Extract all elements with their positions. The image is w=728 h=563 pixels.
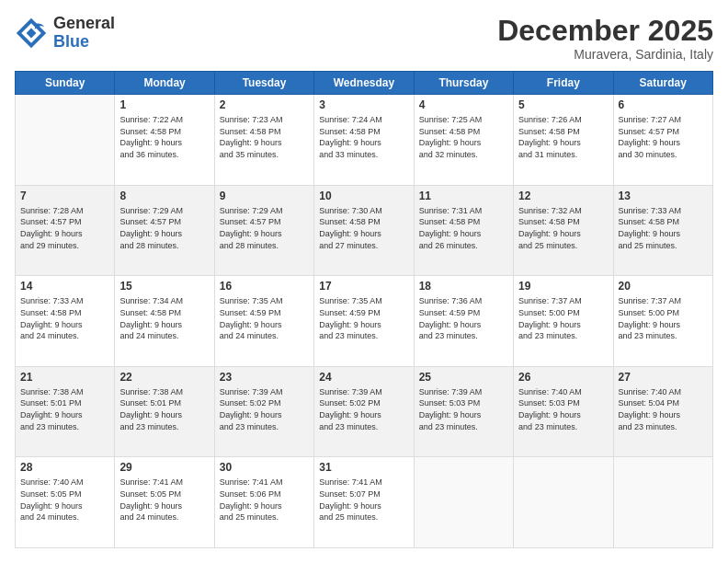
calendar-cell: 28Sunrise: 7:40 AM Sunset: 5:05 PM Dayli… (16, 457, 115, 548)
calendar-cell: 11Sunrise: 7:31 AM Sunset: 4:58 PM Dayli… (414, 185, 513, 276)
calendar-week-row: 7Sunrise: 7:28 AM Sunset: 4:57 PM Daylig… (16, 185, 713, 276)
calendar-cell: 17Sunrise: 7:35 AM Sunset: 4:59 PM Dayli… (314, 276, 414, 367)
day-number: 10 (319, 190, 408, 202)
cell-info: Sunrise: 7:33 AM Sunset: 4:58 PM Dayligh… (20, 295, 109, 341)
calendar-cell: 7Sunrise: 7:28 AM Sunset: 4:57 PM Daylig… (16, 185, 115, 276)
day-number: 27 (619, 371, 708, 384)
cell-info: Sunrise: 7:35 AM Sunset: 4:59 PM Dayligh… (319, 295, 408, 341)
cell-info: Sunrise: 7:33 AM Sunset: 4:58 PM Dayligh… (619, 205, 708, 251)
day-number: 11 (419, 190, 508, 202)
day-number: 23 (220, 371, 309, 384)
cell-info: Sunrise: 7:29 AM Sunset: 4:57 PM Dayligh… (119, 205, 209, 251)
cell-info: Sunrise: 7:29 AM Sunset: 4:57 PM Dayligh… (220, 205, 309, 251)
logo-text: General Blue (53, 15, 115, 52)
calendar-cell: 25Sunrise: 7:39 AM Sunset: 5:03 PM Dayli… (414, 366, 513, 457)
cell-info: Sunrise: 7:39 AM Sunset: 5:03 PM Dayligh… (419, 386, 508, 432)
cell-info: Sunrise: 7:41 AM Sunset: 5:07 PM Dayligh… (319, 477, 408, 523)
logo-icon (15, 17, 48, 50)
calendar-cell: 6Sunrise: 7:27 AM Sunset: 4:57 PM Daylig… (613, 95, 712, 186)
calendar-cell: 1Sunrise: 7:22 AM Sunset: 4:58 PM Daylig… (115, 95, 214, 186)
calendar-cell: 8Sunrise: 7:29 AM Sunset: 4:57 PM Daylig… (115, 185, 214, 276)
calendar-day-header: Monday (115, 72, 214, 95)
day-number: 12 (518, 190, 608, 202)
cell-info: Sunrise: 7:41 AM Sunset: 5:06 PM Dayligh… (220, 477, 309, 523)
calendar-week-row: 14Sunrise: 7:33 AM Sunset: 4:58 PM Dayli… (16, 276, 713, 367)
calendar-cell: 2Sunrise: 7:23 AM Sunset: 4:58 PM Daylig… (214, 95, 313, 186)
calendar-cell: 30Sunrise: 7:41 AM Sunset: 5:06 PM Dayli… (214, 457, 313, 548)
calendar-cell (414, 457, 513, 548)
calendar-cell: 29Sunrise: 7:41 AM Sunset: 5:05 PM Dayli… (115, 457, 214, 548)
calendar-cell: 26Sunrise: 7:40 AM Sunset: 5:03 PM Dayli… (514, 366, 613, 457)
day-number: 15 (119, 280, 209, 293)
cell-info: Sunrise: 7:23 AM Sunset: 4:58 PM Dayligh… (220, 114, 309, 160)
calendar-cell: 4Sunrise: 7:25 AM Sunset: 4:58 PM Daylig… (414, 95, 513, 186)
day-number: 26 (518, 371, 608, 384)
cell-info: Sunrise: 7:37 AM Sunset: 5:00 PM Dayligh… (619, 295, 708, 341)
calendar-cell (613, 457, 712, 548)
calendar-cell: 20Sunrise: 7:37 AM Sunset: 5:00 PM Dayli… (613, 276, 712, 367)
header: General Blue December 2025 Muravera, Sar… (15, 15, 713, 62)
calendar-cell: 27Sunrise: 7:40 AM Sunset: 5:04 PM Dayli… (613, 366, 712, 457)
cell-info: Sunrise: 7:40 AM Sunset: 5:05 PM Dayligh… (20, 477, 109, 523)
cell-info: Sunrise: 7:41 AM Sunset: 5:05 PM Dayligh… (119, 477, 209, 523)
cell-info: Sunrise: 7:32 AM Sunset: 4:58 PM Dayligh… (518, 205, 608, 251)
day-number: 3 (319, 98, 408, 111)
location: Muravera, Sardinia, Italy (497, 47, 713, 62)
calendar-cell: 14Sunrise: 7:33 AM Sunset: 4:58 PM Dayli… (16, 276, 115, 367)
calendar-week-row: 1Sunrise: 7:22 AM Sunset: 4:58 PM Daylig… (16, 95, 713, 186)
calendar-cell: 24Sunrise: 7:39 AM Sunset: 5:02 PM Dayli… (314, 366, 414, 457)
day-number: 2 (220, 98, 309, 111)
calendar-cell (514, 457, 613, 548)
day-number: 20 (619, 280, 708, 293)
day-number: 5 (518, 98, 608, 111)
calendar-day-header: Wednesday (314, 72, 414, 95)
day-number: 17 (319, 280, 408, 293)
day-number: 19 (518, 280, 608, 293)
calendar-day-header: Saturday (613, 72, 712, 95)
calendar-cell: 23Sunrise: 7:39 AM Sunset: 5:02 PM Dayli… (214, 366, 313, 457)
cell-info: Sunrise: 7:28 AM Sunset: 4:57 PM Dayligh… (20, 205, 109, 251)
day-number: 6 (619, 98, 708, 111)
calendar-cell: 5Sunrise: 7:26 AM Sunset: 4:58 PM Daylig… (514, 95, 613, 186)
day-number: 28 (20, 461, 109, 474)
day-number: 16 (220, 280, 309, 293)
day-number: 9 (220, 190, 309, 202)
cell-info: Sunrise: 7:35 AM Sunset: 4:59 PM Dayligh… (220, 295, 309, 341)
cell-info: Sunrise: 7:36 AM Sunset: 4:59 PM Dayligh… (419, 295, 508, 341)
month-title: December 2025 (497, 15, 713, 47)
cell-info: Sunrise: 7:31 AM Sunset: 4:58 PM Dayligh… (419, 205, 508, 251)
logo: General Blue (15, 15, 115, 52)
calendar-day-header: Tuesday (214, 72, 313, 95)
day-number: 4 (419, 98, 508, 111)
calendar-cell: 13Sunrise: 7:33 AM Sunset: 4:58 PM Dayli… (613, 185, 712, 276)
day-number: 31 (319, 461, 408, 474)
cell-info: Sunrise: 7:37 AM Sunset: 5:00 PM Dayligh… (518, 295, 608, 341)
page: General Blue December 2025 Muravera, Sar… (0, 0, 728, 563)
cell-info: Sunrise: 7:39 AM Sunset: 5:02 PM Dayligh… (319, 386, 408, 432)
cell-info: Sunrise: 7:38 AM Sunset: 5:01 PM Dayligh… (119, 386, 209, 432)
logo-general-text: General (53, 15, 115, 33)
cell-info: Sunrise: 7:38 AM Sunset: 5:01 PM Dayligh… (20, 386, 109, 432)
calendar-cell: 16Sunrise: 7:35 AM Sunset: 4:59 PM Dayli… (214, 276, 313, 367)
day-number: 7 (20, 190, 109, 202)
calendar-table: SundayMondayTuesdayWednesdayThursdayFrid… (15, 71, 713, 548)
title-area: December 2025 Muravera, Sardinia, Italy (497, 15, 713, 62)
day-number: 29 (119, 461, 209, 474)
cell-info: Sunrise: 7:27 AM Sunset: 4:57 PM Dayligh… (619, 114, 708, 160)
day-number: 22 (119, 371, 209, 384)
day-number: 25 (419, 371, 508, 384)
calendar-week-row: 28Sunrise: 7:40 AM Sunset: 5:05 PM Dayli… (16, 457, 713, 548)
day-number: 24 (319, 371, 408, 384)
calendar-cell: 3Sunrise: 7:24 AM Sunset: 4:58 PM Daylig… (314, 95, 414, 186)
calendar-cell (16, 95, 115, 186)
calendar-cell: 10Sunrise: 7:30 AM Sunset: 4:58 PM Dayli… (314, 185, 414, 276)
calendar-cell: 18Sunrise: 7:36 AM Sunset: 4:59 PM Dayli… (414, 276, 513, 367)
calendar-header-row: SundayMondayTuesdayWednesdayThursdayFrid… (16, 72, 713, 95)
calendar-cell: 15Sunrise: 7:34 AM Sunset: 4:58 PM Dayli… (115, 276, 214, 367)
cell-info: Sunrise: 7:40 AM Sunset: 5:04 PM Dayligh… (619, 386, 708, 432)
cell-info: Sunrise: 7:30 AM Sunset: 4:58 PM Dayligh… (319, 205, 408, 251)
calendar-cell: 22Sunrise: 7:38 AM Sunset: 5:01 PM Dayli… (115, 366, 214, 457)
cell-info: Sunrise: 7:39 AM Sunset: 5:02 PM Dayligh… (220, 386, 309, 432)
cell-info: Sunrise: 7:40 AM Sunset: 5:03 PM Dayligh… (518, 386, 608, 432)
day-number: 1 (119, 98, 209, 111)
